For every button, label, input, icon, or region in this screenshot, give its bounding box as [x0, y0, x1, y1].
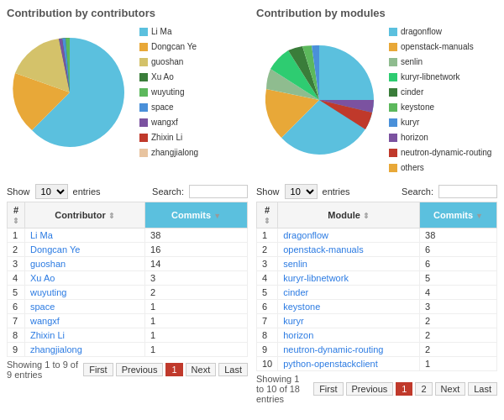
right-entries-select[interactable]: 102550	[285, 184, 318, 199]
right-pie-chart	[256, 37, 382, 163]
right-search-label: Search:	[402, 186, 433, 197]
right-table: # ⇕ Module ⇕ Commits ▼ 1dragonflow382ope…	[256, 202, 497, 371]
table-row: 10python-openstackclient1	[257, 357, 497, 371]
table-row: 5cinder4	[257, 286, 497, 300]
table-row: 9neutron-dynamic-routing2	[257, 343, 497, 357]
right-search-input[interactable]	[438, 185, 497, 198]
table-row: 6keystone3	[257, 300, 497, 314]
table-row: 4kuryr-libnetwork5	[257, 271, 497, 286]
left-first-btn[interactable]: First	[83, 363, 113, 376]
left-pagination: Showing 1 to 9 of 9 entries First Previo…	[7, 360, 248, 380]
right-next-btn[interactable]: Next	[435, 382, 466, 396]
right-entries-label: entries	[323, 186, 350, 197]
left-next-btn[interactable]: Next	[186, 363, 217, 376]
left-col-num[interactable]: # ⇕	[8, 202, 25, 228]
right-first-btn[interactable]: First	[313, 382, 343, 396]
left-pagination-info: Showing 1 to 9 of 9 entries	[7, 360, 78, 380]
table-row: 7kuryr2	[257, 314, 497, 328]
right-legend: dragonflow openstack-manuals senlin kury…	[389, 24, 491, 176]
left-last-btn[interactable]: Last	[218, 363, 248, 376]
left-search-label: Search:	[152, 186, 184, 197]
table-row: 3guoshan14	[8, 257, 248, 271]
table-row: 5wuyuting2	[8, 286, 248, 300]
table-row: 2openstack-manuals6	[257, 243, 497, 257]
right-col-module[interactable]: Module ⇕	[278, 202, 420, 228]
right-col-num[interactable]: # ⇕	[257, 202, 278, 228]
right-last-btn[interactable]: Last	[468, 382, 497, 396]
table-row: 2Dongcan Ye16	[8, 243, 248, 257]
left-legend: Li Ma Dongcan Ye guoshan Xu Ao wuyuting …	[139, 24, 198, 160]
table-row: 3senlin6	[257, 257, 497, 271]
left-pie-chart	[7, 29, 133, 155]
left-page1-btn[interactable]: 1	[165, 363, 182, 376]
left-entries-select[interactable]: 102550	[35, 184, 68, 199]
table-row: 4Xu Ao3	[8, 271, 248, 286]
table-row: 9zhangjialong1	[8, 343, 248, 357]
left-col-commits[interactable]: Commits ▼	[145, 202, 248, 228]
left-table: # ⇕ Contributor ⇕ Commits ▼ 1Li Ma382Don…	[7, 202, 248, 357]
right-col-commits[interactable]: Commits ▼	[420, 202, 497, 228]
table-row: 7wangxf1	[8, 314, 248, 328]
right-pagination: Showing 1 to 10 of 18 entries First Prev…	[256, 374, 497, 404]
right-pagination-info: Showing 1 to 10 of 18 entries	[256, 374, 308, 404]
left-show-label: Show	[7, 186, 30, 197]
right-show-label: Show	[256, 186, 280, 197]
table-row: 1dragonflow38	[257, 228, 497, 243]
table-row: 6space1	[8, 300, 248, 314]
right-page2-btn[interactable]: 2	[415, 382, 432, 396]
right-chart-title: Contribution by modules	[256, 7, 497, 19]
left-chart-title: Contribution by contributors	[7, 7, 248, 19]
table-row: 8Zhixin Li1	[8, 328, 248, 343]
table-row: 1Li Ma38	[8, 228, 248, 243]
left-col-contributor[interactable]: Contributor ⇕	[25, 202, 145, 228]
table-row: 8horizon2	[257, 328, 497, 343]
right-page1-btn[interactable]: 1	[396, 382, 412, 396]
right-prev-btn[interactable]: Previous	[346, 382, 394, 396]
left-prev-btn[interactable]: Previous	[116, 363, 164, 376]
left-search-input[interactable]	[189, 185, 248, 198]
left-entries-label: entries	[73, 186, 101, 197]
